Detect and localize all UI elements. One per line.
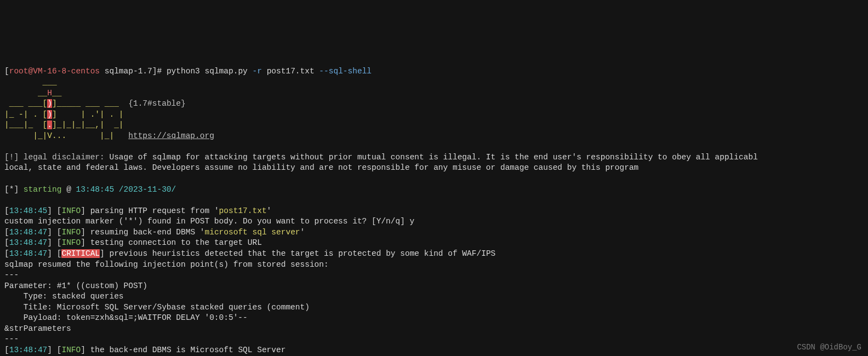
log-msg: resuming back-end DBMS ' bbox=[85, 228, 205, 237]
log-line: Title: Microsoft SQL Server/Sybase stack… bbox=[4, 303, 310, 312]
log-timestamp: 13:48:47 bbox=[9, 249, 48, 258]
sqlmap-logo-line3a: ___ ___[ bbox=[4, 99, 47, 108]
terminal[interactable]: [root@VM-16-8-centos sqlmap-1.7]# python… bbox=[0, 54, 868, 356]
log-output: [13:48:45] [INFO] parsing HTTP request f… bbox=[4, 206, 864, 356]
log-level-info: INFO bbox=[61, 346, 81, 354]
sqlmap-logo-h: H bbox=[47, 89, 52, 97]
log-msg: the back-end DBMS is Microsoft SQL Serve… bbox=[85, 346, 285, 354]
sqlmap-logo-bracket2: ) bbox=[47, 110, 52, 119]
log-line: &strParameters bbox=[4, 324, 71, 333]
log-msg: testing connection to the target URL bbox=[85, 238, 262, 247]
log-timestamp: 13:48:47 bbox=[9, 228, 48, 237]
sqlmap-logo-bracket3: . bbox=[47, 120, 52, 129]
sqlmap-logo-line3b: ]_____ ___ ___ bbox=[52, 99, 128, 108]
sqlmap-logo-line4a: |_ -| . [ bbox=[4, 110, 47, 119]
sqlmap-logo-line4b: ] | .'| . | bbox=[52, 110, 124, 119]
log-highlight: post17.txt bbox=[219, 206, 267, 215]
log-level-info: INFO bbox=[61, 238, 81, 247]
legal-disclaimer-body2: local, state and federal laws. Developer… bbox=[4, 163, 638, 172]
log-timestamp: 13:48:47 bbox=[9, 346, 48, 354]
sqlmap-url-link[interactable]: https://sqlmap.org bbox=[128, 131, 214, 140]
log-line: Parameter: #1* ((custom) POST) bbox=[4, 282, 147, 290]
log-highlight: microsoft sql server bbox=[205, 228, 300, 237]
sqlmap-logo-bracket1: ) bbox=[47, 99, 52, 108]
shell-prompt-close: ]# bbox=[152, 67, 167, 76]
sqlmap-logo-line5a: |___|_ [ bbox=[4, 120, 47, 129]
log-line: --- bbox=[4, 335, 19, 343]
log-line: sqlmap resumed the following injection p… bbox=[4, 260, 329, 269]
shell-flag-r: -r bbox=[253, 67, 262, 76]
shell-dir: sqlmap-1.7 bbox=[105, 67, 152, 76]
sqlmap-logo-line1: ___ bbox=[4, 78, 57, 87]
sqlmap-logo-line2b: __ bbox=[52, 89, 61, 97]
shell-user-host: root@VM-16-8-centos bbox=[9, 67, 100, 76]
shell-arg-file: post17.txt bbox=[267, 67, 315, 76]
log-line: Type: stacked queries bbox=[4, 292, 124, 301]
log-line: custom injection marker ('*') found in P… bbox=[4, 217, 414, 226]
shell-prompt-open: [ bbox=[4, 67, 9, 76]
sqlmap-logo-line2a: __ bbox=[4, 89, 47, 97]
sqlmap-logo-line6a: |_|V... |_| bbox=[4, 131, 128, 140]
shell-flag-sql-shell: --sql-shell bbox=[319, 67, 372, 76]
log-msg: parsing HTTP request from ' bbox=[85, 206, 219, 215]
log-timestamp: 13:48:45 bbox=[9, 206, 48, 215]
log-level-critical: CRITICAL bbox=[61, 249, 100, 258]
starting-at: @ bbox=[66, 185, 71, 194]
starting-prefix: [*] bbox=[4, 185, 19, 194]
starting-word: starting bbox=[24, 185, 62, 194]
starting-time: 13:48:45 /2023-11-30/ bbox=[76, 185, 176, 194]
shell-command-exec: python3 sqlmap.py bbox=[167, 67, 248, 76]
log-msg: previous heuristics detected that the ta… bbox=[105, 249, 496, 258]
legal-disclaimer-body1: Usage of sqlmap for attacking targets wi… bbox=[105, 153, 758, 162]
sqlmap-version: {1.7#stable} bbox=[128, 99, 185, 108]
watermark-text: CSDN @OidBoy_G bbox=[797, 342, 861, 353]
log-level-info: INFO bbox=[61, 206, 81, 215]
log-level-info: INFO bbox=[61, 228, 81, 237]
legal-disclaimer-prefix: [!] legal disclaimer: bbox=[4, 153, 105, 162]
log-line: --- bbox=[4, 271, 19, 279]
log-line: Payload: token=zxh&sql=;WAITFOR DELAY '0… bbox=[4, 313, 248, 322]
log-timestamp: 13:48:47 bbox=[9, 238, 48, 247]
sqlmap-logo-line5b: ]_|_|_|__,| _| bbox=[52, 120, 124, 129]
